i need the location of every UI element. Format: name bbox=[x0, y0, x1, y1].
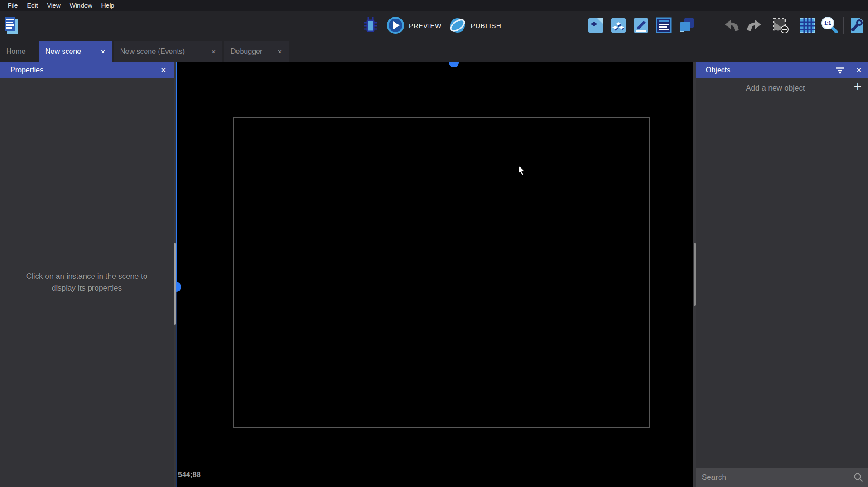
publish-globe-icon bbox=[448, 16, 467, 35]
open-object-groups-button[interactable] bbox=[610, 17, 627, 34]
zoom-one-to-one-icon: 1:1 bbox=[820, 16, 839, 34]
toolbar-separator bbox=[719, 17, 719, 34]
scene-editor-canvas-area: 544;88 bbox=[174, 61, 696, 487]
menu-bar: File Edit View Window Help bbox=[0, 0, 868, 11]
debug-button[interactable] bbox=[362, 16, 380, 35]
tab-close-button[interactable]: ✕ bbox=[101, 48, 106, 55]
undo-button[interactable] bbox=[723, 19, 741, 32]
open-properties-button[interactable] bbox=[632, 17, 650, 34]
tab-close-button[interactable]: ✕ bbox=[211, 48, 216, 55]
menu-item-help[interactable]: Help bbox=[97, 2, 119, 9]
menu-item-edit[interactable]: Edit bbox=[23, 2, 43, 9]
grid-icon bbox=[799, 17, 816, 34]
mouse-cursor-icon bbox=[518, 165, 526, 177]
canvas-left-scrollbar-thumb[interactable] bbox=[174, 243, 176, 325]
objects-panel: Objects ✕ Add a new object + bbox=[696, 62, 868, 487]
filter-icon bbox=[835, 67, 844, 74]
properties-empty-message: Click on an instance in the scene to dis… bbox=[16, 271, 158, 295]
svg-text:1:1: 1:1 bbox=[824, 20, 831, 26]
objects-filter-button[interactable] bbox=[835, 67, 844, 74]
add-object-label: Add a new object bbox=[746, 84, 805, 93]
tab-home[interactable]: Home bbox=[0, 41, 37, 62]
project-manager-icon bbox=[4, 16, 19, 35]
preview-label: PREVIEW bbox=[409, 22, 442, 29]
canvas-right-scrollbar-thumb[interactable] bbox=[694, 243, 696, 306]
instances-list-icon bbox=[655, 17, 672, 34]
tab-close-button[interactable]: ✕ bbox=[277, 48, 282, 55]
scene-settings-wrench-icon bbox=[848, 17, 865, 34]
publish-label: PUBLISH bbox=[471, 22, 502, 29]
layers-icon bbox=[678, 17, 695, 34]
tab-bar: Home New scene ✕ New scene (Events) ✕ De… bbox=[0, 39, 868, 62]
objects-panel-title: Objects bbox=[706, 66, 730, 74]
deselect-region-icon bbox=[772, 17, 789, 34]
canvas-left-border bbox=[176, 287, 177, 487]
redo-icon bbox=[745, 19, 762, 32]
game-window-frame bbox=[233, 117, 650, 428]
properties-empty-state: Click on an instance in the scene to dis… bbox=[0, 78, 174, 487]
add-object-row[interactable]: Add a new object + bbox=[696, 78, 868, 99]
menu-item-file[interactable]: File bbox=[3, 2, 23, 9]
zoom-reset-button[interactable]: 1:1 bbox=[820, 16, 839, 34]
tab-label: New scene bbox=[45, 48, 81, 56]
search-icon bbox=[854, 473, 863, 482]
open-objects-panel-button[interactable] bbox=[587, 17, 604, 34]
project-manager-button[interactable] bbox=[4, 16, 19, 35]
open-layers-button[interactable] bbox=[678, 17, 695, 34]
objects-close-button[interactable]: ✕ bbox=[856, 66, 862, 74]
properties-panel-title: Properties bbox=[10, 66, 43, 74]
selection-left-edge bbox=[176, 61, 177, 287]
properties-close-button[interactable]: ✕ bbox=[160, 66, 166, 74]
properties-panel: Properties ✕ Click on an instance in the… bbox=[0, 62, 174, 487]
menu-item-view[interactable]: View bbox=[43, 2, 65, 9]
cursor-position-label: 544;88 bbox=[178, 471, 201, 479]
tab-debugger[interactable]: Debugger ✕ bbox=[224, 41, 289, 62]
open-instances-list-button[interactable] bbox=[655, 17, 672, 34]
play-icon bbox=[386, 16, 405, 35]
add-object-plus-button[interactable]: + bbox=[854, 79, 862, 94]
objects-panel-header: Objects ✕ bbox=[696, 62, 868, 78]
tab-label: Home bbox=[6, 48, 26, 56]
redo-button[interactable] bbox=[745, 19, 762, 32]
preview-button[interactable]: PREVIEW bbox=[386, 16, 442, 35]
edit-pencil-icon bbox=[632, 17, 650, 34]
properties-panel-header: Properties ✕ bbox=[0, 62, 174, 78]
tab-new-scene[interactable]: New scene ✕ bbox=[39, 41, 112, 62]
objects-search-input[interactable] bbox=[696, 473, 841, 482]
debug-bug-icon bbox=[362, 16, 380, 35]
toolbar-separator bbox=[767, 17, 767, 34]
tab-label: Debugger bbox=[231, 48, 262, 56]
object-groups-cubes-icon bbox=[610, 17, 627, 34]
toggle-grid-button[interactable] bbox=[799, 17, 816, 34]
publish-button[interactable]: PUBLISH bbox=[448, 16, 502, 35]
toolbar-separator bbox=[794, 17, 794, 34]
tab-label: New scene (Events) bbox=[120, 48, 185, 56]
clear-selection-button[interactable] bbox=[772, 17, 789, 34]
objects-search-bar bbox=[696, 468, 868, 487]
tab-new-scene-events[interactable]: New scene (Events) ✕ bbox=[114, 41, 222, 62]
undo-icon bbox=[723, 19, 741, 32]
toolbar: PREVIEW PUBLISH bbox=[0, 11, 868, 39]
scene-settings-button[interactable] bbox=[848, 17, 865, 34]
menu-item-window[interactable]: Window bbox=[65, 2, 97, 9]
scene-objects-document-icon bbox=[587, 17, 604, 34]
toolbar-separator bbox=[843, 17, 844, 34]
